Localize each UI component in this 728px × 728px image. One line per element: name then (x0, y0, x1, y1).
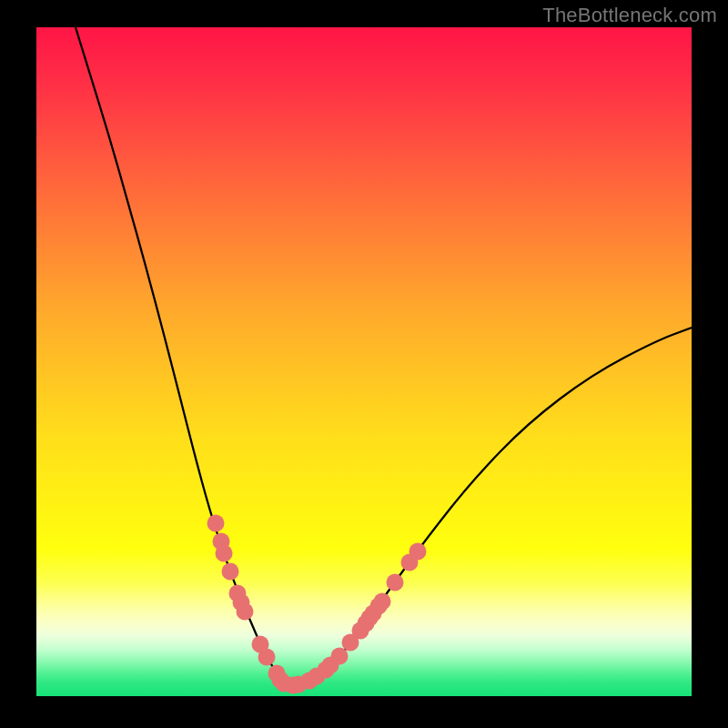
marker-dot (258, 649, 276, 666)
marker-dot (410, 543, 427, 561)
marker-dot (374, 593, 391, 611)
marker-dot (237, 603, 254, 621)
plot-area (36, 27, 692, 696)
watermark-text: TheBottleneck.com (542, 4, 717, 27)
chart-frame: TheBottleneck.com (0, 0, 728, 728)
bottleneck-curve (36, 27, 692, 696)
marker-dot (387, 574, 404, 592)
marker-dot (216, 545, 233, 562)
marker-dot (222, 563, 239, 581)
marker-dot (207, 515, 225, 532)
